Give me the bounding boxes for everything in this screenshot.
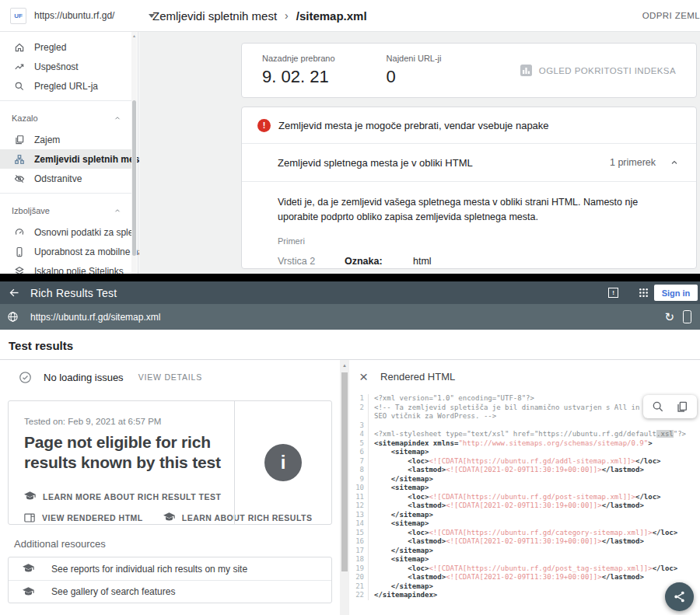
code-line: 21 </sitemap> (349, 582, 700, 592)
breadcrumb-page: /sitemap.xml (296, 9, 367, 23)
sidebar-divider (0, 100, 132, 101)
rrt-app-title: Rich Results Test (30, 287, 117, 299)
search-console-section: UF https://ubuntu.rf.gd/ Zemljevidi sple… (0, 0, 700, 274)
back-arrow-icon[interactable] (9, 287, 20, 299)
gsc-main: Nazadnje prebrano 9. 02. 21 Najdeni URL-… (139, 32, 700, 274)
smartphone-icon[interactable] (683, 310, 691, 323)
graduation-cap-icon (23, 564, 34, 574)
index-coverage-button[interactable]: OGLED POKRITOSTI INDEKSA (520, 65, 676, 76)
example-tag-value: html (413, 256, 432, 267)
code-line: 11 <loc><![CDATA[https://ubuntu.rf.gd/po… (349, 493, 700, 502)
code-line: 19 <loc><![CDATA[https://ubuntu.rf.gd/po… (349, 564, 700, 574)
chevron-up-icon (114, 114, 121, 122)
gsc-topbar: UF https://ubuntu.rf.gd/ Zemljevidi sple… (0, 0, 700, 32)
sidebar-divider (0, 193, 132, 194)
resource-link-gallery[interactable]: See gallery of search features (9, 580, 331, 603)
code-line: 20 <lastmod><![CDATA[2021-02-09T11:30:19… (349, 573, 700, 582)
breadcrumb-section[interactable]: Zemljevidi spletnih mest (152, 9, 277, 23)
sidebar-item-odstranitve[interactable]: Odstranitve (0, 169, 132, 188)
graduation-cap-icon (163, 512, 175, 522)
gsc-sidebar: Pregled Uspešnost Pregled URL-ja Kazalo … (0, 32, 138, 274)
rendered-html-header: × Rendered HTML (349, 360, 700, 393)
panel-scrollbar[interactable]: ▲ (340, 360, 349, 615)
sign-in-button[interactable]: Sign in (654, 285, 698, 301)
code-line: 13 </sitemap> (349, 511, 700, 520)
search-code-icon[interactable] (652, 400, 664, 413)
sidebar-item-uspesnost[interactable]: Uspešnost (0, 57, 132, 76)
sidebar-section-kazalo[interactable]: Kazalo (0, 106, 132, 130)
rrt-header: Rich Results Test ! Sign in (0, 281, 700, 304)
globe-icon (7, 311, 19, 323)
share-fab[interactable] (665, 582, 694, 611)
scroll-up-icon: ▲ (340, 363, 349, 368)
pages-icon (14, 135, 25, 145)
additional-resources-card: See reports for individual rich results … (8, 557, 332, 603)
code-line: 15 <loc><![CDATA[https://ubuntu.rf.gd/ca… (349, 529, 700, 538)
tested-url[interactable]: https://ubuntu.rf.gd/sitemap.xml (30, 312, 160, 323)
code-line: 16 <lastmod><![CDATA[2021-02-09T11:30:19… (349, 537, 700, 547)
sidebar-item-osnovni-podatki[interactable]: Osnovni podatki za splet (0, 222, 132, 242)
sidebar-section-izboljsave[interactable]: Izboljšave (0, 198, 132, 222)
code-line: 9 </sitemap> (349, 475, 700, 484)
urls-found-label: Najdeni URL-ji (387, 54, 442, 63)
sidebar-item-uporabnost-mobilne[interactable]: Uporabnost za mobilne napr... (0, 242, 132, 261)
error-headline: Zemljevid mesta je mogoče prebrati, vend… (278, 120, 549, 131)
sidebar-scrollbar-thumb[interactable] (132, 100, 136, 256)
rendered-code: 1<?xml version="1.0" encoding="UTF-8"?>2… (349, 393, 700, 600)
refresh-icon[interactable]: ↻ (664, 311, 674, 323)
graduation-cap-icon (23, 587, 34, 597)
rendered-html-title: Rendered HTML (380, 371, 455, 383)
summary-card: Nazadnje prebrano 9. 02. 21 Najdeni URL-… (241, 43, 697, 98)
apps-grid-icon[interactable] (639, 288, 649, 298)
sidebar-item-pregled-urlja[interactable]: Pregled URL-ja (0, 76, 132, 96)
last-read-label: Nazadnje prebrano (262, 54, 335, 63)
screen: UF https://ubuntu.rf.gd/ Zemljevidi sple… (0, 0, 700, 615)
view-details-link[interactable]: VIEW DETAILS (138, 372, 202, 382)
panel-scrollbar-thumb[interactable] (341, 372, 348, 571)
site-favicon: UF (10, 8, 26, 24)
learn-more-test-link[interactable]: LEARN MORE ABOUT RICH RESULT TEST (24, 491, 236, 501)
test-results-title: Test results (0, 330, 700, 359)
rendered-html-panel: × Rendered HTML 1<?xml version="1.0" enc… (349, 360, 700, 615)
tested-on: Tested on: Feb 9, 2021 at 6:57 PM (24, 417, 236, 426)
error-icon: ! (257, 119, 271, 132)
sidebar-scrollbar[interactable]: ▲ (131, 32, 137, 274)
error-issue-label: Zemljevid spletnega mesta je v obliki HT… (278, 157, 610, 169)
code-line: 6 <sitemap> (349, 448, 700, 457)
breadcrumb-separator-icon: › (285, 9, 289, 22)
performance-icon (14, 61, 25, 72)
check-circle-icon (19, 371, 32, 384)
sidebar-item-zemljevidi[interactable]: Zemljevidi spletnih mest (0, 149, 132, 169)
info-icon: i (264, 444, 302, 481)
view-rendered-html-link[interactable]: VIEW RENDERED HTML (24, 512, 143, 522)
sidebar-item-pregled[interactable]: Pregled (0, 37, 132, 57)
example-tag-label: Oznaka: (345, 256, 413, 267)
urls-found-value: 0 (387, 67, 442, 87)
code-line: 10 <sitemap> (349, 484, 700, 493)
copy-icon[interactable] (676, 400, 688, 413)
code-toolbar (643, 395, 697, 418)
graduation-cap-icon (24, 491, 36, 501)
result-headline: Page not eligible for rich results known… (24, 432, 226, 473)
additional-resources-title: Additional resources (14, 538, 340, 550)
eye-off-icon (14, 173, 25, 184)
code-line: 8 <lastmod><![CDATA[2021-02-09T11:30:19+… (349, 466, 700, 475)
error-issue-row[interactable]: Zemljevid spletnega mesta je v obliki HT… (242, 144, 696, 182)
open-sitemap-link[interactable]: ODPRI ZEML (642, 0, 700, 31)
feedback-icon[interactable]: ! (608, 288, 618, 298)
sitemap-icon (14, 154, 25, 165)
result-card: Tested on: Feb 9, 2021 at 6:57 PM Page n… (8, 400, 332, 525)
chevron-up-icon (114, 207, 121, 215)
share-icon (673, 590, 686, 603)
home-icon (14, 42, 25, 53)
sidebar-item-zajem[interactable]: Zajem (0, 130, 132, 149)
rrt-content: Test results No loading issues VIEW DETA… (0, 330, 700, 615)
example-row: Vrstica 2 Oznaka: html (278, 256, 676, 267)
section-seam (0, 274, 700, 281)
result-card-thumbnail: i (234, 401, 331, 524)
rrt-url-bar: https://ubuntu.rf.gd/sitemap.xml ↻ (0, 304, 700, 330)
error-description: Videti je, da je zemljevid vašega spletn… (278, 195, 651, 225)
resource-link-reports[interactable]: See reports for individual rich results … (9, 557, 331, 580)
close-icon[interactable]: × (359, 369, 368, 384)
property-selector[interactable]: UF https://ubuntu.rf.gd/ (10, 0, 155, 31)
